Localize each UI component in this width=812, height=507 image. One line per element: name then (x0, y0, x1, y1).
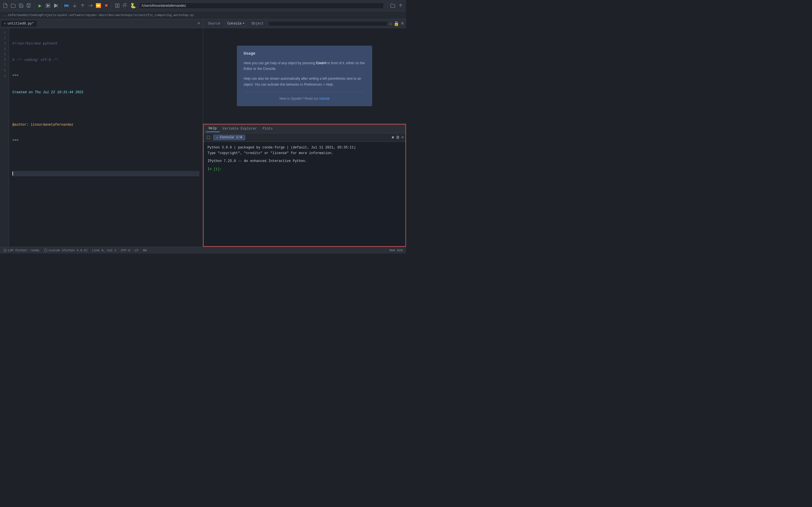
console-tab-label: Console 1/A (220, 135, 242, 139)
run-icon[interactable]: ▶ (37, 3, 43, 9)
code-line-6: @author: linourdanetafernandez (12, 122, 199, 128)
editor-tab-bar: ✕ untitled0.py* ≡ (0, 19, 203, 28)
console-tab-close-icon[interactable]: ✕ (216, 136, 218, 139)
svg-rect-5 (115, 4, 117, 8)
breadcrumb-bar: ...tafernandez/CodingProjects/qu4nt-soft… (0, 11, 406, 19)
code-editor[interactable]: 1 2 3 4 5 6 7 8 9 #!/usr/bin/env python3… (0, 28, 203, 247)
save-icon[interactable] (18, 3, 24, 9)
code-line-2: # -*- coding: utf-8 -*- (12, 57, 199, 63)
usage-footer: New to Spyder? Read our tutorial (244, 97, 365, 101)
status-rw: RW (143, 249, 147, 252)
run-cell-icon[interactable] (53, 3, 59, 9)
console-area: Help Variable Explorer Plots ✕ Console 1… (203, 124, 406, 247)
svg-marker-3 (54, 4, 57, 8)
python-version-line1: Python 3.9.6 | packaged by conda-forge |… (207, 145, 402, 151)
svg-rect-6 (118, 4, 119, 8)
code-line-7: """ (12, 138, 199, 144)
editor-tab-untitled[interactable]: ✕ untitled0.py* (1, 20, 37, 27)
lsp-icon (3, 249, 7, 252)
new-file-icon[interactable] (2, 3, 8, 9)
tab-source[interactable]: Source (205, 20, 223, 27)
console-tab-group: Console ▼ (225, 21, 247, 26)
right-pane: Source Console ▼ Object ⌂ 🔒 ≡ Usage Here… (203, 19, 406, 247)
ipython-line: IPython 7.25.0 -- An enhanced Interactiv… (207, 158, 402, 164)
code-content[interactable]: #!/usr/bin/env python3 # -*- coding: utf… (9, 28, 203, 247)
usage-paragraph-2: Help can also be shown automatically aft… (244, 76, 365, 87)
tab-help[interactable]: Help (206, 125, 220, 132)
code-line-4: Created on Thu Jul 22 10:31:44 2021 (12, 90, 199, 95)
continue-icon[interactable]: ⏩ (95, 3, 101, 9)
usage-divider (244, 92, 365, 92)
console-options-icon[interactable]: ≡ (402, 135, 404, 140)
help-options-icon[interactable]: ≡ (401, 21, 404, 26)
object-search-input[interactable] (268, 21, 388, 26)
stop-icon[interactable]: ■ (103, 3, 109, 9)
status-python: custom (Python 3.9.6) (44, 249, 88, 252)
console-dropdown-icon[interactable]: ▼ (243, 22, 245, 25)
tab-object[interactable]: Object (249, 20, 266, 27)
step-return-icon[interactable] (87, 3, 94, 9)
main-content: ✕ untitled0.py* ≡ 1 2 3 4 5 6 7 8 9 #!/u… (0, 19, 406, 247)
svg-point-10 (44, 249, 47, 252)
navigate-up-icon[interactable] (398, 3, 404, 9)
file-browser-icon[interactable] (390, 3, 396, 9)
run-file-icon[interactable] (45, 3, 51, 9)
debug-icon[interactable]: ⏭ (64, 3, 70, 9)
editor-pane: ✕ untitled0.py* ≡ 1 2 3 4 5 6 7 8 9 #!/u… (0, 19, 203, 247)
toolbar-separator-4 (387, 3, 388, 8)
help-toolbar: Source Console ▼ Object ⌂ 🔒 ≡ (203, 19, 406, 28)
breadcrumb-path: ...tafernandez/CodingProjects/qu4nt-soft… (2, 13, 194, 17)
tutorial-link[interactable]: tutorial (319, 97, 329, 101)
console-panel-icon[interactable] (205, 134, 211, 140)
step-over-icon[interactable] (71, 3, 78, 9)
status-memory: Mem 92% (390, 249, 403, 252)
console-output[interactable]: Python 3.9.6 | packaged by conda-forge |… (204, 142, 405, 246)
toolbar: ▶ ⏭ ⏩ ■ 🐍 (0, 0, 406, 11)
code-line-9 (12, 171, 199, 176)
editor-tab-label: untitled0.py* (8, 22, 34, 25)
tools-icon[interactable] (122, 3, 128, 9)
tab-close-icon[interactable]: ✕ (4, 22, 6, 25)
status-bar: LSP Python: ready custom (Python 3.9.6) … (0, 247, 406, 253)
status-line-ending: LF (135, 249, 139, 252)
svg-rect-8 (207, 136, 210, 139)
python-logo-icon: 🐍 (130, 3, 136, 9)
status-lsp: LSP Python: ready (3, 249, 40, 252)
python-status-icon (44, 249, 47, 252)
code-line-5 (12, 106, 199, 112)
status-position: Line 9, Col 1 (92, 249, 116, 252)
path-input[interactable] (139, 3, 384, 9)
panels-icon[interactable] (114, 3, 120, 9)
console-prompt: In [1]: (207, 166, 402, 172)
save-all-icon[interactable] (26, 3, 32, 9)
toolbar-separator-3 (112, 3, 112, 8)
console-tab-bar: Help Variable Explorer Plots (204, 124, 405, 133)
usage-box: Usage Here you can get help of any objec… (237, 46, 372, 107)
lock-icon[interactable]: 🔒 (394, 21, 399, 26)
usage-title: Usage (244, 51, 365, 56)
console-1a-tab[interactable]: ✕ Console 1/A (213, 135, 245, 140)
python-version-line2: Type "copyright", "credits" or "license"… (207, 151, 402, 156)
step-into-icon[interactable] (80, 3, 86, 9)
code-line-1: #!/usr/bin/env python3 (12, 41, 199, 47)
help-content: Usage Here you can get help of any objec… (203, 28, 406, 124)
console-clear-icon[interactable]: 🗑 (396, 135, 400, 140)
console-inner-tab-bar: ✕ Console 1/A ■ 🗑 ≡ (204, 133, 405, 142)
tab-console[interactable]: Console (227, 22, 241, 25)
console-stop-icon[interactable]: ■ (392, 135, 394, 140)
svg-marker-2 (47, 4, 50, 7)
line-numbers: 1 2 3 4 5 6 7 8 9 (0, 28, 9, 247)
tab-plots[interactable]: Plots (260, 126, 275, 132)
svg-point-7 (124, 5, 126, 6)
home-icon[interactable]: ⌂ (389, 21, 392, 26)
tab-variable-explorer[interactable]: Variable Explorer (220, 126, 260, 132)
code-line-3: """ (12, 74, 199, 79)
tab-menu-icon[interactable]: ≡ (196, 21, 202, 25)
code-line-8 (12, 155, 199, 160)
toolbar-separator-2 (61, 3, 61, 8)
help-panel: Source Console ▼ Object ⌂ 🔒 ≡ Usage Here… (203, 19, 406, 124)
console-icons: ■ 🗑 ≡ (392, 135, 404, 140)
open-file-icon[interactable] (10, 3, 16, 9)
usage-paragraph-1: Here you can get help of any object by p… (244, 60, 365, 72)
text-cursor (12, 172, 13, 175)
